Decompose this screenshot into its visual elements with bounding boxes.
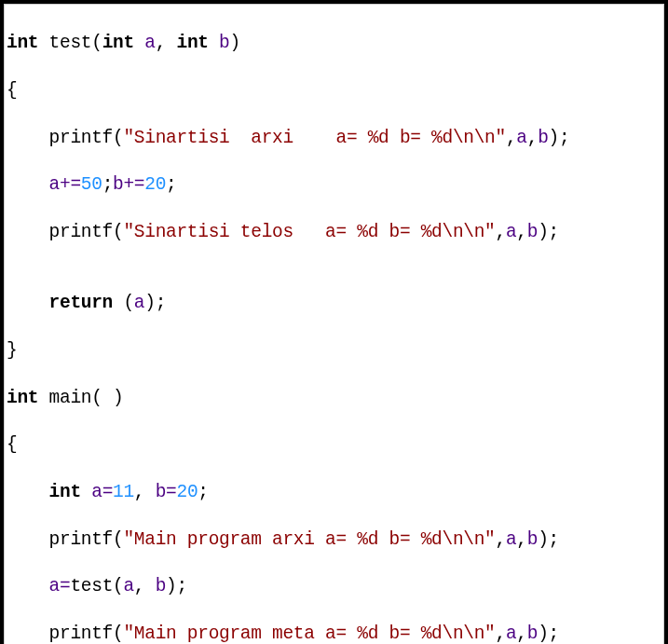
operator: = <box>60 576 70 596</box>
indent <box>7 529 49 550</box>
paren: ) <box>144 293 155 313</box>
code-line: int main( ) <box>7 387 661 410</box>
function-name: test <box>38 33 91 53</box>
paren: ) <box>230 33 240 53</box>
indent <box>7 128 49 148</box>
semicolon: ; <box>549 623 559 644</box>
comma: , <box>516 222 526 242</box>
identifier: a <box>506 222 516 242</box>
operator: += <box>123 174 144 195</box>
number: 11 <box>113 482 134 502</box>
code-line: printf("Sinartisi arxi a= %d b= %d\n\n",… <box>7 127 661 150</box>
identifier: a <box>506 529 516 550</box>
identifier: b <box>538 128 548 148</box>
comma: , <box>496 529 506 550</box>
paren: ) <box>538 529 548 550</box>
paren: ( <box>113 623 123 644</box>
paren: ( <box>91 33 102 53</box>
operator: = <box>102 482 113 502</box>
paren: ) <box>166 576 176 596</box>
identifier: b <box>156 576 166 596</box>
keyword: int <box>176 33 208 53</box>
code-line: printf("Main program meta a= %d b= %d\n\… <box>7 623 661 644</box>
identifier: a <box>123 576 133 596</box>
comma: , <box>516 623 526 644</box>
number: 20 <box>144 174 166 195</box>
identifier: a <box>49 174 60 195</box>
function-name: main <box>38 388 91 408</box>
identifier: b <box>156 482 166 502</box>
indent <box>7 623 49 644</box>
code-editor: int test(int a, int b) { printf("Sinarti… <box>4 4 664 644</box>
identifier: a <box>81 482 102 502</box>
semicolon: ; <box>166 174 176 195</box>
keyword: int <box>7 33 38 53</box>
comma: , <box>516 529 526 550</box>
string-literal: "Sinartisi arxi a= %d b= %d\n\n" <box>123 128 505 148</box>
comma: , <box>156 33 177 53</box>
function-call: test <box>70 576 113 596</box>
semicolon: ; <box>176 576 186 596</box>
indent <box>7 576 49 596</box>
function-call: printf <box>49 222 113 242</box>
keyword: int <box>49 482 81 502</box>
keyword: int <box>7 388 38 408</box>
identifier: b <box>113 174 123 195</box>
identifier: b <box>527 529 538 550</box>
code-line: printf("Main program arxi a= %d b= %d\n\… <box>7 528 661 552</box>
semicolon: ; <box>559 128 569 148</box>
code-line: } <box>7 339 661 363</box>
semicolon: ; <box>156 293 166 313</box>
comma: , <box>496 623 506 644</box>
number: 20 <box>176 482 198 502</box>
identifier: a <box>49 576 60 596</box>
indent <box>7 293 49 313</box>
identifier: a <box>134 33 156 53</box>
semicolon: ; <box>102 174 113 195</box>
function-call: printf <box>49 128 113 148</box>
keyword: return <box>49 293 113 313</box>
identifier: a <box>506 623 516 644</box>
semicolon: ; <box>549 222 559 242</box>
comma: , <box>496 222 506 242</box>
indent <box>7 482 49 502</box>
paren: ( <box>113 293 134 313</box>
code-line: int a=11, b=20; <box>7 481 661 504</box>
semicolon: ; <box>549 529 559 550</box>
function-call: printf <box>49 529 113 550</box>
paren: ) <box>549 128 559 148</box>
comma: , <box>506 128 516 148</box>
identifier: b <box>527 623 538 644</box>
paren: ) <box>538 222 548 242</box>
code-line: a+=50;b+=20; <box>7 173 661 197</box>
brace: { <box>7 80 17 101</box>
string-literal: "Main program arxi a= %d b= %d\n\n" <box>123 529 495 550</box>
operator: += <box>60 174 81 195</box>
comma: , <box>134 482 156 502</box>
indent <box>7 174 49 195</box>
string-literal: "Main program meta a= %d b= %d\n\n" <box>123 623 495 644</box>
comma: , <box>527 128 538 148</box>
string-literal: "Sinartisi telos a= %d b= %d\n\n" <box>123 222 495 242</box>
brace: } <box>7 340 17 361</box>
paren: ( <box>113 576 123 596</box>
code-line: { <box>7 433 661 457</box>
operator: = <box>166 482 176 502</box>
paren: ) <box>538 623 548 644</box>
identifier: b <box>527 222 538 242</box>
brace: { <box>7 434 17 455</box>
paren: ( <box>113 128 123 148</box>
identifier: b <box>209 33 230 53</box>
number: 50 <box>81 174 102 195</box>
indent <box>7 222 49 242</box>
paren: ( ) <box>91 388 123 408</box>
paren: ( <box>113 222 123 242</box>
identifier: a <box>134 293 144 313</box>
function-call: printf <box>49 623 113 644</box>
code-line: { <box>7 79 661 103</box>
code-line: a=test(a, b); <box>7 575 661 598</box>
code-line: int test(int a, int b) <box>7 32 661 55</box>
code-line: printf("Sinartisi telos a= %d b= %d\n\n"… <box>7 221 661 244</box>
code-line: return (a); <box>7 292 661 315</box>
identifier: a <box>516 128 526 148</box>
